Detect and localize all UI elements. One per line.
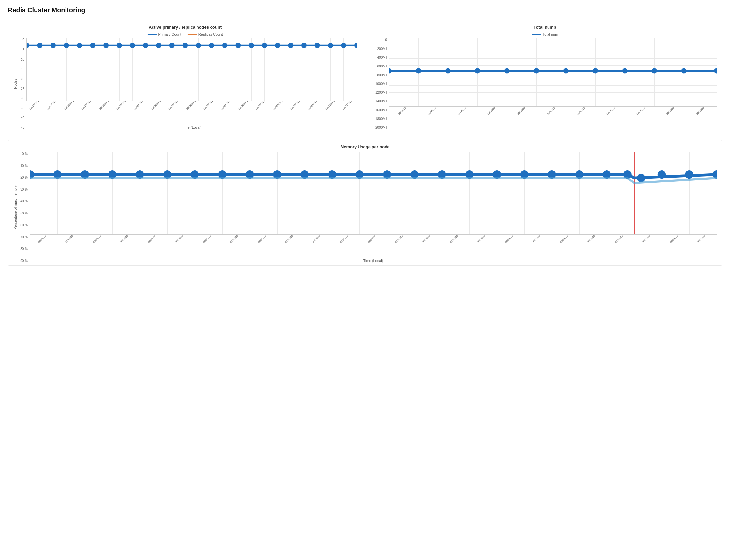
svg-point-23 [328, 43, 333, 48]
svg-point-15 [222, 43, 228, 48]
chart1-y-labels: 45 40 35 30 25 20 15 10 5 0 [18, 38, 26, 129]
legend-total-label: Total num [543, 32, 558, 36]
svg-point-32 [563, 68, 569, 73]
svg-point-30 [504, 68, 510, 73]
chart1-plot-wrap: 08/19/23 15:08 08/19/23 17:08 08/19/23 1… [26, 38, 357, 129]
svg-point-33 [593, 68, 598, 73]
legend-total-line [532, 34, 541, 35]
chart2-title: Total numb [373, 25, 717, 30]
svg-point-11 [170, 43, 175, 48]
svg-point-37 [714, 68, 717, 73]
chart-total-num: Total numb Total num 2000Mil 1800Mil 160… [367, 21, 722, 132]
svg-point-7 [117, 43, 122, 48]
svg-point-9 [143, 43, 148, 48]
svg-point-25 [354, 43, 357, 48]
chart3-y-labels: 90 % 80 % 70 % 60 % 50 % 40 % 30 % 20 % … [18, 152, 30, 263]
svg-point-22 [315, 43, 320, 48]
chart-memory-usage: Memory Usage per node Percentage of max … [8, 140, 722, 266]
top-charts-row: Active primary / replica nodes count Pri… [8, 21, 722, 132]
chart3-area: Percentage of max memory 90 % 80 % 70 % … [13, 152, 717, 263]
svg-point-24 [341, 43, 346, 48]
chart3-x-title: Time (Local) [30, 259, 717, 263]
svg-point-4 [77, 43, 82, 48]
svg-point-12 [183, 43, 188, 48]
svg-point-35 [652, 68, 657, 73]
chart1-inner: Nodes 45 40 35 30 25 20 15 10 5 0 [13, 38, 357, 129]
legend-primary: Primary Count [148, 32, 181, 36]
legend-replicas-line [188, 34, 197, 35]
svg-point-2 [51, 43, 56, 48]
svg-point-26 [389, 68, 392, 73]
legend-replicas: Replicas Count [188, 32, 223, 36]
chart3-plot-wrap: 08/19/23 15:08 08/19/23 17:08 08/19/23 1… [30, 152, 717, 263]
svg-point-63 [685, 170, 693, 179]
svg-point-34 [622, 68, 628, 73]
chart3-title: Memory Usage per node [13, 144, 717, 149]
legend-primary-line [148, 34, 157, 35]
chart-primary-replica: Active primary / replica nodes count Pri… [8, 21, 363, 132]
svg-point-27 [416, 68, 421, 73]
chart2-legend: Total num [373, 32, 717, 36]
svg-point-36 [681, 68, 686, 73]
chart2-area: 2000Mil 1800Mil 1600Mil 1400Mil 1200Mil … [373, 38, 717, 129]
legend-primary-label: Primary Count [158, 32, 181, 36]
chart2-y-labels: 2000Mil 1800Mil 1600Mil 1400Mil 1200Mil … [373, 38, 389, 129]
svg-point-19 [275, 43, 280, 48]
chart2-plot [389, 38, 717, 107]
chart3-svg [30, 152, 717, 235]
svg-point-61 [637, 174, 645, 182]
legend-replicas-label: Replicas Count [199, 32, 223, 36]
svg-point-16 [235, 43, 241, 48]
chart1-area: Nodes 45 40 35 30 25 20 15 10 5 0 [13, 38, 357, 129]
svg-point-28 [445, 68, 451, 73]
chart3-inner: Percentage of max memory 90 % 80 % 70 % … [13, 152, 717, 263]
dashboard-page: Redis Cluster Monitoring Active primary … [0, 0, 730, 560]
chart1-x-title: Time (Local) [26, 125, 357, 129]
chart1-primary-svg [27, 38, 357, 101]
chart1-legend: Primary Count Replicas Count [13, 32, 357, 36]
chart3-x-axis: 08/19/23 15:08 08/19/23 17:08 08/19/23 1… [30, 235, 717, 258]
svg-point-18 [262, 43, 267, 48]
svg-point-5 [90, 43, 95, 48]
legend-total: Total num [532, 32, 558, 36]
svg-point-1 [37, 43, 42, 48]
chart2-x-axis: 08/19/23 15:08 08/19/23 17:08 08/19/23 1… [389, 107, 717, 129]
chart3-y-title: Percentage of max memory [13, 152, 17, 263]
chart2-plot-wrap: 08/19/23 15:08 08/19/23 17:08 08/19/23 1… [389, 38, 717, 129]
svg-point-17 [249, 43, 254, 48]
svg-point-21 [302, 43, 307, 48]
svg-point-10 [156, 43, 161, 48]
chart1-title: Active primary / replica nodes count [13, 25, 357, 30]
svg-point-13 [196, 43, 201, 48]
page-title: Redis Cluster Monitoring [8, 7, 722, 14]
svg-point-29 [475, 68, 480, 73]
chart1-plot [26, 38, 357, 101]
chart1-x-axis: 08/19/23 15:08 08/19/23 17:08 08/19/23 1… [26, 101, 357, 124]
chart3-plot [30, 152, 717, 235]
svg-point-62 [658, 170, 666, 179]
svg-point-8 [130, 43, 135, 48]
svg-point-31 [534, 68, 539, 73]
chart2-svg [389, 38, 717, 107]
svg-point-3 [64, 43, 69, 48]
svg-point-14 [209, 43, 214, 48]
svg-point-20 [288, 43, 293, 48]
svg-point-0 [27, 43, 29, 48]
chart1-y-title: Nodes [13, 38, 17, 129]
svg-point-6 [103, 43, 109, 48]
chart2-inner: 2000Mil 1800Mil 1600Mil 1400Mil 1200Mil … [373, 38, 717, 129]
